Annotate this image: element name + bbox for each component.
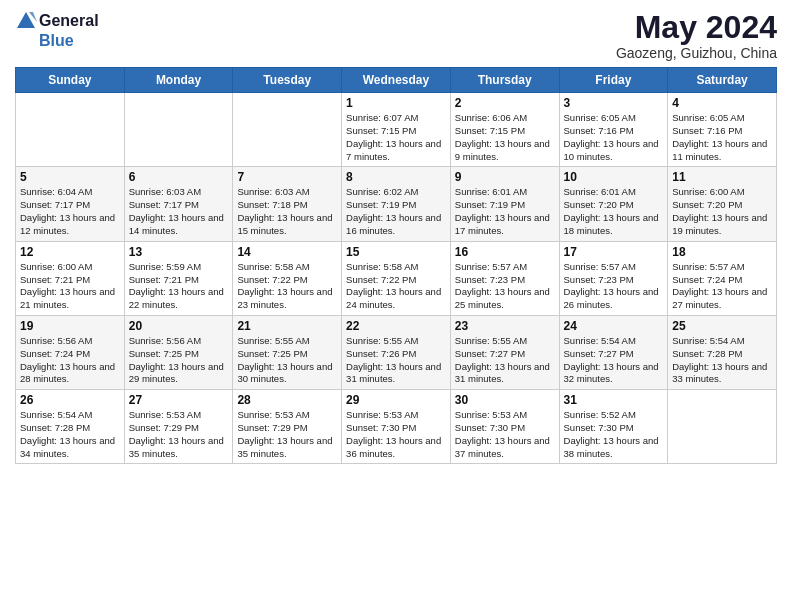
day-number: 20	[129, 319, 229, 333]
table-row	[16, 93, 125, 167]
month-title: May 2024	[616, 10, 777, 45]
col-tuesday: Tuesday	[233, 68, 342, 93]
table-row: 23Sunrise: 5:55 AM Sunset: 7:27 PM Dayli…	[450, 315, 559, 389]
day-info: Sunrise: 5:54 AM Sunset: 7:28 PM Dayligh…	[672, 335, 772, 386]
day-info: Sunrise: 6:01 AM Sunset: 7:19 PM Dayligh…	[455, 186, 555, 237]
logo-triangle-icon	[15, 10, 37, 32]
day-info: Sunrise: 5:57 AM Sunset: 7:23 PM Dayligh…	[455, 261, 555, 312]
day-info: Sunrise: 5:58 AM Sunset: 7:22 PM Dayligh…	[237, 261, 337, 312]
day-info: Sunrise: 6:05 AM Sunset: 7:16 PM Dayligh…	[564, 112, 664, 163]
day-info: Sunrise: 5:53 AM Sunset: 7:29 PM Dayligh…	[237, 409, 337, 460]
table-row: 6Sunrise: 6:03 AM Sunset: 7:17 PM Daylig…	[124, 167, 233, 241]
day-info: Sunrise: 5:55 AM Sunset: 7:25 PM Dayligh…	[237, 335, 337, 386]
table-row: 22Sunrise: 5:55 AM Sunset: 7:26 PM Dayli…	[342, 315, 451, 389]
logo-blue-text: Blue	[39, 32, 99, 50]
day-info: Sunrise: 5:52 AM Sunset: 7:30 PM Dayligh…	[564, 409, 664, 460]
day-number: 1	[346, 96, 446, 110]
day-number: 17	[564, 245, 664, 259]
table-row: 13Sunrise: 5:59 AM Sunset: 7:21 PM Dayli…	[124, 241, 233, 315]
day-number: 22	[346, 319, 446, 333]
table-row: 28Sunrise: 5:53 AM Sunset: 7:29 PM Dayli…	[233, 390, 342, 464]
day-info: Sunrise: 5:57 AM Sunset: 7:23 PM Dayligh…	[564, 261, 664, 312]
day-info: Sunrise: 5:56 AM Sunset: 7:24 PM Dayligh…	[20, 335, 120, 386]
day-number: 9	[455, 170, 555, 184]
table-row: 20Sunrise: 5:56 AM Sunset: 7:25 PM Dayli…	[124, 315, 233, 389]
day-info: Sunrise: 6:03 AM Sunset: 7:17 PM Dayligh…	[129, 186, 229, 237]
day-number: 10	[564, 170, 664, 184]
table-row	[668, 390, 777, 464]
day-info: Sunrise: 5:53 AM Sunset: 7:29 PM Dayligh…	[129, 409, 229, 460]
title-block: May 2024 Gaozeng, Guizhou, China	[616, 10, 777, 61]
day-number: 24	[564, 319, 664, 333]
day-info: Sunrise: 5:54 AM Sunset: 7:27 PM Dayligh…	[564, 335, 664, 386]
day-info: Sunrise: 6:04 AM Sunset: 7:17 PM Dayligh…	[20, 186, 120, 237]
day-number: 6	[129, 170, 229, 184]
table-row: 14Sunrise: 5:58 AM Sunset: 7:22 PM Dayli…	[233, 241, 342, 315]
table-row: 10Sunrise: 6:01 AM Sunset: 7:20 PM Dayli…	[559, 167, 668, 241]
table-row: 29Sunrise: 5:53 AM Sunset: 7:30 PM Dayli…	[342, 390, 451, 464]
day-number: 23	[455, 319, 555, 333]
table-row: 16Sunrise: 5:57 AM Sunset: 7:23 PM Dayli…	[450, 241, 559, 315]
table-row: 19Sunrise: 5:56 AM Sunset: 7:24 PM Dayli…	[16, 315, 125, 389]
day-number: 31	[564, 393, 664, 407]
col-friday: Friday	[559, 68, 668, 93]
day-info: Sunrise: 5:57 AM Sunset: 7:24 PM Dayligh…	[672, 261, 772, 312]
logo-general-text: General	[39, 12, 99, 30]
logo: General Blue	[15, 10, 99, 50]
day-info: Sunrise: 5:55 AM Sunset: 7:26 PM Dayligh…	[346, 335, 446, 386]
table-row: 21Sunrise: 5:55 AM Sunset: 7:25 PM Dayli…	[233, 315, 342, 389]
table-row: 4Sunrise: 6:05 AM Sunset: 7:16 PM Daylig…	[668, 93, 777, 167]
table-row: 18Sunrise: 5:57 AM Sunset: 7:24 PM Dayli…	[668, 241, 777, 315]
table-row: 25Sunrise: 5:54 AM Sunset: 7:28 PM Dayli…	[668, 315, 777, 389]
day-info: Sunrise: 5:56 AM Sunset: 7:25 PM Dayligh…	[129, 335, 229, 386]
day-number: 25	[672, 319, 772, 333]
table-row: 12Sunrise: 6:00 AM Sunset: 7:21 PM Dayli…	[16, 241, 125, 315]
header: General Blue May 2024 Gaozeng, Guizhou, …	[15, 10, 777, 61]
day-number: 12	[20, 245, 120, 259]
day-number: 28	[237, 393, 337, 407]
day-number: 2	[455, 96, 555, 110]
col-wednesday: Wednesday	[342, 68, 451, 93]
day-number: 8	[346, 170, 446, 184]
day-number: 13	[129, 245, 229, 259]
logo-wordmark: General Blue	[15, 10, 99, 50]
day-info: Sunrise: 6:02 AM Sunset: 7:19 PM Dayligh…	[346, 186, 446, 237]
day-info: Sunrise: 5:59 AM Sunset: 7:21 PM Dayligh…	[129, 261, 229, 312]
day-info: Sunrise: 6:03 AM Sunset: 7:18 PM Dayligh…	[237, 186, 337, 237]
calendar-week-row: 12Sunrise: 6:00 AM Sunset: 7:21 PM Dayli…	[16, 241, 777, 315]
col-saturday: Saturday	[668, 68, 777, 93]
day-info: Sunrise: 6:00 AM Sunset: 7:21 PM Dayligh…	[20, 261, 120, 312]
day-info: Sunrise: 5:58 AM Sunset: 7:22 PM Dayligh…	[346, 261, 446, 312]
calendar-table: Sunday Monday Tuesday Wednesday Thursday…	[15, 67, 777, 464]
day-number: 26	[20, 393, 120, 407]
table-row: 11Sunrise: 6:00 AM Sunset: 7:20 PM Dayli…	[668, 167, 777, 241]
table-row	[124, 93, 233, 167]
table-row: 1Sunrise: 6:07 AM Sunset: 7:15 PM Daylig…	[342, 93, 451, 167]
table-row: 5Sunrise: 6:04 AM Sunset: 7:17 PM Daylig…	[16, 167, 125, 241]
calendar-header-row: Sunday Monday Tuesday Wednesday Thursday…	[16, 68, 777, 93]
location-subtitle: Gaozeng, Guizhou, China	[616, 45, 777, 61]
col-sunday: Sunday	[16, 68, 125, 93]
day-number: 21	[237, 319, 337, 333]
col-monday: Monday	[124, 68, 233, 93]
table-row: 3Sunrise: 6:05 AM Sunset: 7:16 PM Daylig…	[559, 93, 668, 167]
day-number: 11	[672, 170, 772, 184]
day-info: Sunrise: 6:07 AM Sunset: 7:15 PM Dayligh…	[346, 112, 446, 163]
table-row: 26Sunrise: 5:54 AM Sunset: 7:28 PM Dayli…	[16, 390, 125, 464]
calendar-week-row: 19Sunrise: 5:56 AM Sunset: 7:24 PM Dayli…	[16, 315, 777, 389]
table-row: 8Sunrise: 6:02 AM Sunset: 7:19 PM Daylig…	[342, 167, 451, 241]
day-number: 14	[237, 245, 337, 259]
day-number: 4	[672, 96, 772, 110]
day-number: 5	[20, 170, 120, 184]
table-row: 2Sunrise: 6:06 AM Sunset: 7:15 PM Daylig…	[450, 93, 559, 167]
day-info: Sunrise: 5:53 AM Sunset: 7:30 PM Dayligh…	[455, 409, 555, 460]
calendar-week-row: 26Sunrise: 5:54 AM Sunset: 7:28 PM Dayli…	[16, 390, 777, 464]
day-info: Sunrise: 6:00 AM Sunset: 7:20 PM Dayligh…	[672, 186, 772, 237]
table-row: 24Sunrise: 5:54 AM Sunset: 7:27 PM Dayli…	[559, 315, 668, 389]
day-number: 16	[455, 245, 555, 259]
table-row: 27Sunrise: 5:53 AM Sunset: 7:29 PM Dayli…	[124, 390, 233, 464]
calendar-week-row: 5Sunrise: 6:04 AM Sunset: 7:17 PM Daylig…	[16, 167, 777, 241]
day-info: Sunrise: 5:53 AM Sunset: 7:30 PM Dayligh…	[346, 409, 446, 460]
day-number: 30	[455, 393, 555, 407]
day-number: 27	[129, 393, 229, 407]
